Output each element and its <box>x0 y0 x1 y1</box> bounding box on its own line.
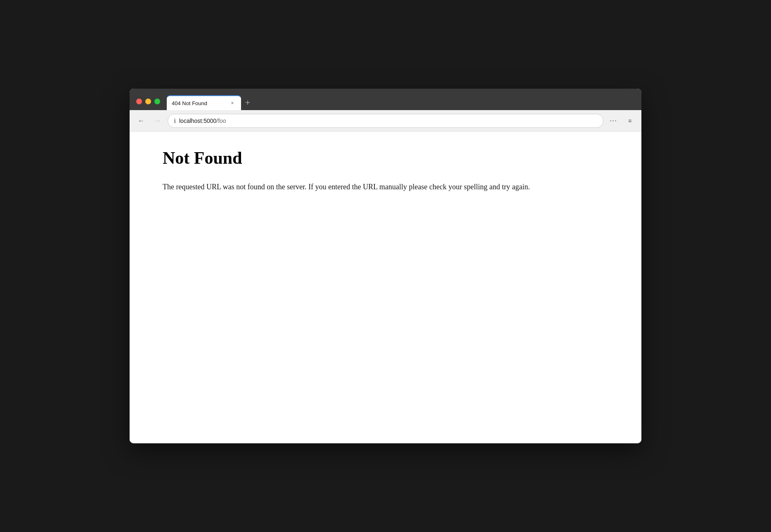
forward-button[interactable]: → <box>151 114 164 127</box>
page-body-text: The requested URL was not found on the s… <box>163 181 608 193</box>
tab-title: 404 Not Found <box>172 100 225 106</box>
hamburger-menu-button[interactable]: ≡ <box>623 114 636 127</box>
url-display: localhost:5000/foo <box>179 118 597 124</box>
new-tab-button[interactable]: + <box>241 96 254 109</box>
active-tab[interactable]: 404 Not Found × <box>167 95 241 110</box>
tabs-area: 404 Not Found × + <box>167 95 641 110</box>
nav-bar: ← → ℹ localhost:5000/foo ··· ≡ <box>130 110 641 132</box>
back-icon: ← <box>138 117 144 125</box>
address-bar[interactable]: ℹ localhost:5000/foo <box>168 114 603 128</box>
forward-icon: → <box>154 117 161 125</box>
page-heading: Not Found <box>163 148 608 168</box>
close-window-button[interactable] <box>136 99 142 104</box>
title-bar: 404 Not Found × + <box>130 89 641 110</box>
url-path: /foo <box>216 118 226 124</box>
browser-window: 404 Not Found × + ← → ℹ localhost:5000/f… <box>130 89 641 443</box>
back-button[interactable]: ← <box>135 114 148 127</box>
traffic-lights <box>136 99 160 104</box>
minimize-window-button[interactable] <box>145 99 151 104</box>
site-info-icon[interactable]: ℹ <box>174 118 176 124</box>
page-content: Not Found The requested URL was not foun… <box>130 132 641 443</box>
tab-close-button[interactable]: × <box>229 99 236 107</box>
more-options-button[interactable]: ··· <box>607 114 620 127</box>
url-host: localhost:5000 <box>179 118 216 124</box>
maximize-window-button[interactable] <box>154 99 160 104</box>
